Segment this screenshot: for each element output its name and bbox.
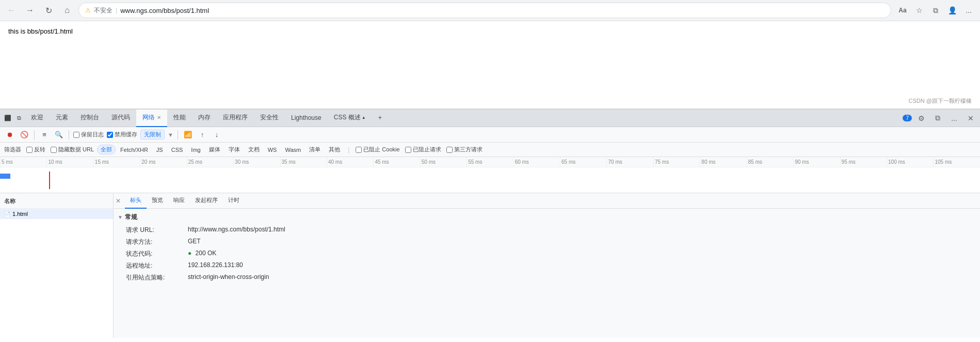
favorites-button[interactable]: ☆ — [912, 3, 926, 18]
blocked-request-checkbox[interactable]: 已阻止请求 — [405, 146, 441, 153]
network-toolbar: ⏺ 🚫 ≡ 🔍 保留日志 禁用缓存 无限制 ▼ 📶 ↑ ↓ — [0, 127, 980, 143]
timeline-tick: 45 ms — [373, 157, 420, 167]
timeline-tick: 30 ms — [233, 157, 280, 167]
filter-font[interactable]: 字体 — [225, 145, 244, 154]
third-party-checkbox[interactable]: 第三方请求 — [446, 146, 483, 153]
unlimited-button[interactable]: 无限制 — [140, 130, 165, 139]
filter-ws[interactable]: WS — [264, 146, 281, 154]
tab-application[interactable]: 应用程序 — [217, 110, 254, 127]
tab-console[interactable]: 控制台 — [74, 110, 105, 127]
collections-button[interactable]: ⧉ — [928, 3, 943, 18]
detail-close-btn[interactable]: ✕ — [116, 197, 121, 205]
detail-tab-preview[interactable]: 预览 — [147, 193, 168, 209]
filter-media[interactable]: 媒体 — [205, 145, 224, 154]
header-value: ● 200 OK — [188, 250, 216, 258]
timeline-tick: 100 ms — [887, 157, 933, 167]
tab-network[interactable]: 网络 ✕ — [136, 110, 167, 127]
blocked-cookie-checkbox[interactable]: 已阻止 Cookie — [356, 146, 399, 153]
detail-tab-bar: ✕ 标头 预览 响应 发起程序 计时 — [114, 193, 980, 209]
upload-btn[interactable]: ↑ — [197, 129, 208, 141]
devtools-inspect-btn[interactable]: ⧉ — [13, 113, 25, 124]
address-text: www.ngs.com/bbs/post/1.html — [120, 7, 885, 14]
profile-button[interactable]: 👤 — [945, 3, 959, 18]
filter-wasm[interactable]: Wasm — [281, 146, 304, 154]
filter-css[interactable]: CSS — [168, 146, 187, 154]
warning-text: 不安全 — [94, 6, 113, 15]
tab-memory[interactable]: 内存 — [192, 110, 217, 127]
throttle-dropdown[interactable]: ▼ — [168, 132, 173, 138]
read-mode-button[interactable]: Aa — [895, 3, 910, 18]
tab-welcome[interactable]: 欢迎 — [25, 110, 50, 127]
filter-bar: 筛选器 反转 隐藏数据 URL 全部 Fetch/XHR JS CSS Img … — [0, 143, 980, 157]
watermark: CSDN @跟下一颗柠檬橡 — [909, 97, 972, 105]
detail-tab-timing[interactable]: 计时 — [223, 193, 245, 209]
tab-network-close[interactable]: ✕ — [157, 115, 161, 120]
disable-cache-checkbox[interactable]: 禁用缓存 — [107, 131, 137, 138]
filter-separator: | — [348, 146, 349, 153]
toolbar-divider-3 — [178, 130, 178, 139]
filter-toggle-button[interactable]: ≡ — [39, 129, 50, 141]
record-button[interactable]: ⏺ — [4, 129, 15, 141]
devtools-dock-btn[interactable]: ⧉ — [930, 111, 945, 126]
reverse-checkbox[interactable]: 反转 — [26, 146, 45, 153]
devtools-settings-btn[interactable]: ⚙ — [914, 111, 928, 126]
filter-manifest[interactable]: 清单 — [306, 145, 324, 154]
header-value: http://www.ngs.com/bbs/post/1.html — [188, 226, 285, 235]
home-button[interactable]: ⌂ — [60, 3, 74, 18]
filter-other[interactable]: 其他 — [325, 145, 344, 154]
timeline-tick: 105 ms — [933, 157, 979, 167]
header-key: 请求 URL: — [126, 226, 188, 235]
section-title: 常规 — [125, 213, 137, 222]
timeline-tick: 35 ms — [280, 157, 327, 167]
clear-button[interactable]: 🚫 — [19, 129, 30, 141]
timeline-tick: 75 ms — [653, 157, 700, 167]
reload-button[interactable]: ↻ — [41, 3, 56, 18]
tab-elements[interactable]: 元素 — [50, 110, 74, 127]
devtools-screenshot-btn[interactable]: ⬛ — [2, 113, 13, 124]
header-value: strict-origin-when-cross-origin — [188, 273, 269, 282]
tab-security[interactable]: 安全性 — [254, 110, 285, 127]
filter-all[interactable]: 全部 — [97, 145, 116, 154]
timeline-tick: 40 ms — [327, 157, 373, 167]
tab-sources[interactable]: 源代码 — [105, 110, 136, 127]
download-btn[interactable]: ↓ — [211, 129, 222, 141]
tab-lighthouse[interactable]: Lighthouse — [285, 110, 328, 127]
devtools-close-btn[interactable]: ✕ — [963, 111, 978, 126]
detail-tab-initiator[interactable]: 发起程序 — [190, 193, 223, 209]
back-button[interactable]: ← — [4, 3, 19, 18]
toolbar-divider-2 — [69, 130, 69, 139]
throttle-icon-btn[interactable]: 📶 — [182, 129, 194, 141]
detail-tab-response[interactable]: 响应 — [168, 193, 190, 209]
filter-js[interactable]: JS — [153, 146, 167, 154]
timeline-tick: 70 ms — [606, 157, 653, 167]
timeline-tick: 95 ms — [840, 157, 887, 167]
tab-css-overview[interactable]: CSS 概述 ▲ — [328, 110, 372, 127]
forward-button[interactable]: → — [23, 3, 37, 18]
header-key: 远程地址: — [126, 261, 188, 270]
timeline-tick: 80 ms — [700, 157, 746, 167]
file-list-header: 名称 — [0, 193, 113, 209]
filter-fetch-xhr[interactable]: Fetch/XHR — [117, 146, 152, 154]
timeline-tick: 55 ms — [467, 157, 513, 167]
devtools-tabs-right: 7 ⚙ ⧉ ... ✕ — [903, 111, 978, 126]
general-section-header[interactable]: ▼ 常规 — [118, 213, 976, 222]
list-item[interactable]: 📄 1.html — [0, 209, 113, 219]
search-button[interactable]: 🔍 — [53, 129, 65, 141]
filter-doc[interactable]: 文档 — [245, 145, 263, 154]
detail-tab-headers[interactable]: 标头 — [125, 193, 147, 209]
preserve-log-checkbox[interactable]: 保留日志 — [73, 131, 104, 138]
timeline-bars — [0, 167, 980, 193]
header-row-remote: 远程地址: 192.168.226.131:80 — [118, 261, 976, 270]
devtools-more-btn[interactable]: ... — [947, 111, 961, 126]
more-button[interactable]: ... — [961, 3, 976, 18]
tab-performance[interactable]: 性能 — [167, 110, 192, 127]
hide-data-url-checkbox[interactable]: 隐藏数据 URL — [51, 146, 94, 153]
tab-add[interactable]: + — [372, 110, 388, 127]
toolbar-divider — [34, 130, 35, 139]
filter-img[interactable]: Img — [187, 146, 204, 154]
browser-toolbar: ← → ↻ ⌂ ⚠ 不安全 | www.ngs.com/bbs/post/1.h… — [0, 0, 980, 21]
timeline-tick: 85 ms — [747, 157, 793, 167]
address-bar[interactable]: ⚠ 不安全 | www.ngs.com/bbs/post/1.html — [78, 3, 891, 18]
timeline-tick: 25 ms — [187, 157, 233, 167]
detail-pane: ✕ 标头 预览 响应 发起程序 计时 ▼ 常规 请求 URL: http://w… — [114, 193, 980, 338]
